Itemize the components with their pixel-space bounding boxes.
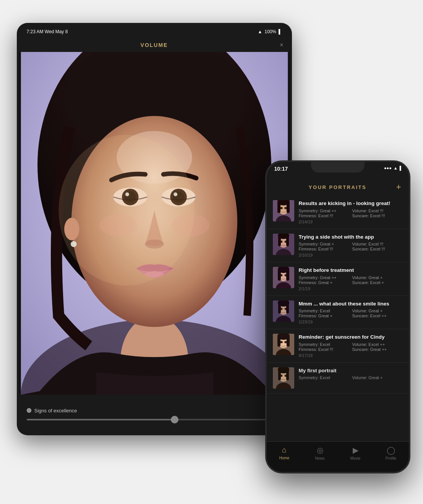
- tab-news[interactable]: ◎ News: [302, 446, 338, 460]
- slider-thumb: [171, 416, 178, 423]
- profile-icon: ◯: [387, 446, 395, 455]
- portrait-title-2: Trying a side shot with the app: [299, 234, 403, 241]
- portrait-metric-4-2: Firmness: Great +: [299, 313, 349, 318]
- svg-rect-31: [287, 202, 290, 213]
- portrait-item-6[interactable]: My first portrait Symmetry: Excel Volume…: [267, 363, 409, 394]
- wifi-icon: ▲: [258, 29, 262, 34]
- phone-notch: [311, 162, 365, 173]
- battery-icon: ▌: [279, 29, 282, 34]
- tab-profile[interactable]: ◯ Profile: [373, 446, 409, 460]
- tab-movie-label: Movie: [350, 456, 361, 460]
- portrait-date-4: 1/23/19: [299, 320, 403, 324]
- tablet-title: VOLUME: [141, 42, 168, 48]
- phone-device: 10:17 ●●● ▲ ▌ YOUR PORTRAITS +: [265, 160, 410, 473]
- tab-home-label: Home: [279, 456, 290, 460]
- portrait-metric-1-1: Volume: Excel !!!: [352, 208, 403, 213]
- portrait-item-1[interactable]: Results are kicking in - looking great! …: [267, 195, 409, 229]
- portrait-metric-5-3: Suncare: Great ++: [352, 347, 403, 352]
- portrait-metric-6-1: Volume: Great +: [352, 375, 403, 380]
- svg-rect-66: [277, 336, 280, 347]
- portrait-info-4: Mmm ... what about these smile lines Sym…: [299, 300, 403, 325]
- portrait-metric-2-0: Symmetry: Great +: [299, 242, 349, 246]
- portrait-item-3[interactable]: Right before treatment Symmetry: Great +…: [267, 262, 409, 296]
- portrait-date-1: 2/14/19: [299, 220, 403, 224]
- svg-rect-39: [278, 236, 281, 246]
- tablet-status-right: ▲ 100% ▌: [258, 29, 282, 34]
- portrait-item-4[interactable]: Mmm ... what about these smile lines Sym…: [267, 296, 409, 330]
- portrait-metric-3-3: Suncare: Excel +: [352, 280, 403, 285]
- portrait-metrics-3: Symmetry: Great ++ Volume: Great + Firmn…: [299, 275, 403, 285]
- tab-home[interactable]: ⌂ Home: [267, 446, 302, 460]
- tablet-image-area: [19, 52, 290, 395]
- add-portrait-button[interactable]: +: [396, 182, 401, 192]
- portrait-thumb-6: [273, 367, 294, 389]
- svg-point-22: [58, 135, 194, 286]
- portrait-metrics-1: Symmetry: Great ++ Volume: Excel !!! Fir…: [299, 208, 403, 218]
- svg-rect-58: [286, 303, 289, 313]
- portrait-metric-5-1: Volume: Excel ++: [352, 342, 403, 347]
- portrait-date-5: 9/17/18: [299, 353, 403, 358]
- portrait-metric-1-2: Firmness: Excel !!!: [299, 213, 349, 218]
- portrait-metric-3-1: Volume: Great +: [352, 275, 403, 280]
- tablet-close-button[interactable]: ×: [280, 42, 283, 48]
- tablet-bottom-bar: Signs of excellence: [19, 395, 290, 433]
- signs-of-excellence-label: Signs of excellence: [34, 408, 77, 414]
- portrait-thumb-1: [273, 200, 294, 221]
- slider-track[interactable]: [27, 419, 282, 420]
- portrait-metric-4-3: Suncare: Excel ++: [352, 313, 403, 318]
- portrait-item-5[interactable]: Reminder: get sunscreen for Cindy Symmet…: [267, 329, 409, 363]
- portrait-info-6: My first portrait Symmetry: Excel Volume…: [299, 367, 403, 382]
- portrait-metric-1-3: Suncare: Excel !!!: [352, 213, 403, 218]
- portrait-metric-2-3: Suncare: Excel !!!: [352, 247, 403, 251]
- portrait-metric-2-1: Volume: Excel !!!: [352, 242, 403, 246]
- tablet-device: 7:23 AM Wed May 8 ▲ 100% ▌ VOLUME ×: [17, 23, 292, 435]
- portrait-metric-1-0: Symmetry: Great ++: [299, 208, 349, 213]
- tablet-time: 7:23 AM Wed May 8: [27, 29, 68, 34]
- tab-news-label: News: [315, 456, 324, 460]
- portrait-thumb-4: [273, 300, 294, 322]
- portrait-metric-2-2: Firmness: Excel !!!: [299, 247, 349, 251]
- portrait-metric-3-0: Symmetry: Great ++: [299, 275, 349, 280]
- portrait-info-2: Trying a side shot with the app Symmetry…: [299, 234, 403, 258]
- portrait-date-2: 2/10/19: [299, 253, 403, 257]
- svg-rect-75: [278, 370, 281, 380]
- signs-label-container: Signs of excellence: [27, 408, 282, 414]
- portrait-title-4: Mmm ... what about these smile lines: [299, 300, 403, 307]
- battery-text: 100%: [264, 29, 276, 34]
- portrait-info-5: Reminder: get sunscreen for Cindy Symmet…: [299, 334, 403, 358]
- wifi-icon: ▲: [394, 166, 398, 170]
- portrait-metric-4-1: Volume: Great +: [352, 309, 403, 313]
- home-icon: ⌂: [282, 446, 287, 454]
- svg-rect-48: [278, 269, 281, 281]
- slider-fill: [27, 419, 175, 420]
- portrait-metrics-4: Symmetry: Excel Volume: Great + Firmness…: [299, 309, 403, 318]
- phone-time: 10:17: [274, 166, 288, 172]
- portrait-metrics-2: Symmetry: Great + Volume: Excel !!! Firm…: [299, 242, 403, 251]
- svg-rect-40: [286, 236, 289, 246]
- scene: 7:23 AM Wed May 8 ▲ 100% ▌ VOLUME ×: [9, 8, 414, 496]
- portrait-metrics-6: Symmetry: Excel Volume: Great +: [299, 375, 403, 380]
- portrait-info-3: Right before treatment Symmetry: Great +…: [299, 267, 403, 291]
- portrait-title-1: Results are kicking in - looking great!: [299, 200, 403, 207]
- news-icon: ◎: [317, 446, 323, 455]
- svg-rect-57: [278, 303, 281, 313]
- phone-portraits-title: YOUR PORTRAITS: [309, 184, 366, 190]
- phone-content: Results are kicking in - looking great! …: [267, 195, 409, 441]
- portrait-metric-5-2: Firmness: Excel !!!: [299, 347, 349, 352]
- svg-rect-49: [286, 269, 289, 281]
- portrait-item-2[interactable]: Trying a side shot with the app Symmetry…: [267, 229, 409, 263]
- svg-rect-67: [287, 336, 290, 347]
- portrait-metric-3-2: Firmness: Great +: [299, 280, 349, 285]
- signs-dot: [27, 408, 31, 413]
- portrait-metric-5-0: Symmetry: Excel: [299, 342, 349, 347]
- battery-icon: ▌: [400, 166, 403, 170]
- portrait-metric-6-0: Symmetry: Excel: [299, 375, 349, 380]
- tablet-title-bar: VOLUME ×: [19, 38, 290, 52]
- svg-rect-30: [277, 202, 280, 213]
- phone-status-icons: ●●● ▲ ▌: [384, 166, 403, 170]
- portrait-title-6: My first portrait: [299, 367, 403, 374]
- phone-header: YOUR PORTRAITS +: [267, 179, 409, 195]
- portrait-info-1: Results are kicking in - looking great! …: [299, 200, 403, 224]
- tab-movie[interactable]: ▶ Movie: [338, 446, 373, 460]
- portrait-thumb-3: [273, 267, 294, 288]
